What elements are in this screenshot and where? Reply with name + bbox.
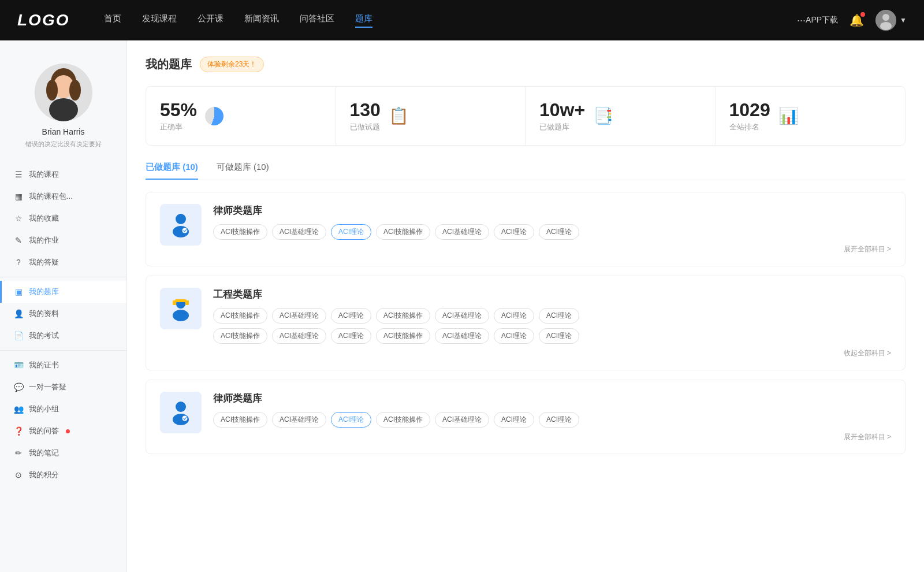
sidebar-item-我的作业[interactable]: ✎我的作业 (0, 229, 126, 251)
stat-value: 1029 (729, 99, 770, 121)
stat-card-正确率: 55% 正确率 (146, 87, 336, 145)
tag-ACI技能操作[interactable]: ACI技能操作 (213, 328, 267, 344)
app-download-button[interactable]: APP下载 (806, 15, 838, 25)
user-avatar-button[interactable]: ▼ (875, 10, 907, 31)
tag-ACI技能操作[interactable]: ACI技能操作 (213, 412, 267, 428)
sidebar-item-label: 我的收藏 (29, 213, 59, 224)
sidebar-item-我的考试[interactable]: 📄我的考试 (0, 325, 126, 347)
user-menu-chevron-icon: ▼ (900, 16, 907, 24)
sidebar-item-label: 我的答疑 (29, 257, 59, 268)
tag-ACI理论[interactable]: ACI理论 (539, 412, 579, 428)
tags-row: ACI技能操作ACI基础理论ACI理论ACI技能操作ACI基础理论ACI理论AC… (213, 224, 891, 240)
tag-ACI理论[interactable]: ACI理论 (494, 328, 534, 344)
avatar (875, 10, 896, 31)
nav-more[interactable]: ··· (797, 14, 806, 27)
svg-point-9 (176, 214, 186, 224)
sidebar-item-label: 我的考试 (29, 330, 59, 341)
tag-ACI基础理论[interactable]: ACI基础理论 (435, 412, 489, 428)
page-wrapper: Brian Harris 错误的决定比没有决定要好 ☰我的课程▦我的课程包...… (0, 40, 924, 572)
sidebar-item-我的答疑[interactable]: ?我的答疑 (0, 251, 126, 273)
svg-point-7 (46, 80, 58, 101)
sidebar-item-label: 一对一答疑 (29, 382, 66, 392)
tag-ACI基础理论[interactable]: ACI基础理论 (272, 328, 326, 344)
sidebar-icon: 👥 (14, 404, 23, 414)
sidebar-item-我的小组[interactable]: 👥我的小组 (0, 398, 126, 420)
svg-point-8 (69, 80, 81, 101)
sidebar-item-我的题库[interactable]: ▣我的题库 (0, 281, 126, 303)
sidebar-icon: ✎ (14, 236, 23, 245)
tag-ACI理论[interactable]: ACI理论 (539, 328, 579, 344)
tag-ACI技能操作[interactable]: ACI技能操作 (376, 224, 430, 240)
sidebar-item-一对一答疑[interactable]: 💬一对一答疑 (0, 376, 126, 398)
tag-ACI理论[interactable]: ACI理论 (539, 224, 579, 240)
sidebar: Brian Harris 错误的决定比没有决定要好 ☰我的课程▦我的课程包...… (0, 40, 127, 572)
svg-point-17 (176, 402, 186, 412)
stat-value: 130 (350, 99, 381, 121)
sidebar-item-我的收藏[interactable]: ☆我的收藏 (0, 207, 126, 229)
notification-dot (66, 429, 70, 433)
tags-row: ACI技能操作ACI基础理论ACI理论ACI技能操作ACI基础理论ACI理论AC… (213, 328, 891, 344)
svg-rect-15 (173, 300, 176, 305)
nav-item-公开课[interactable]: 公开课 (198, 13, 223, 28)
sidebar-item-label: 我的作业 (29, 235, 59, 246)
tag-ACI技能操作[interactable]: ACI技能操作 (376, 412, 430, 428)
tag-ACI基础理论[interactable]: ACI基础理论 (272, 308, 326, 324)
svg-point-1 (882, 14, 889, 21)
sidebar-icon: ▦ (14, 192, 23, 201)
category-name: 工程类题库 (213, 288, 891, 301)
nav-item-新闻资讯[interactable]: 新闻资讯 (244, 13, 279, 28)
tag-ACI基础理论[interactable]: ACI基础理论 (435, 328, 489, 344)
stat-label: 全站排名 (729, 122, 770, 132)
sidebar-item-我的积分[interactable]: ⊙我的积分 (0, 464, 126, 486)
tag-ACI基础理论[interactable]: ACI基础理论 (272, 412, 326, 428)
sidebar-icon: ? (14, 258, 23, 267)
notification-bell-icon[interactable]: 🔔 (850, 13, 864, 27)
stat-value: 55% (160, 99, 197, 121)
tag-ACI理论[interactable]: ACI理论 (494, 308, 534, 324)
sidebar-item-我的问答[interactable]: ❓我的问答 (0, 420, 126, 442)
sidebar-icon: 💬 (14, 382, 23, 392)
sidebar-icon: ☆ (14, 214, 23, 223)
tag-ACI理论[interactable]: ACI理论 (331, 412, 371, 428)
sidebar-item-我的课程包...[interactable]: ▦我的课程包... (0, 185, 126, 207)
tag-ACI理论[interactable]: ACI理论 (494, 224, 534, 240)
profile-motto: 错误的决定比没有决定要好 (0, 140, 126, 148)
sidebar-item-我的课程[interactable]: ☰我的课程 (0, 164, 126, 185)
expand-button[interactable]: 收起全部科目 > (213, 348, 891, 358)
tag-ACI理论[interactable]: ACI理论 (331, 308, 371, 324)
expand-button[interactable]: 展开全部科目 > (213, 432, 891, 442)
svg-point-19 (182, 415, 188, 421)
sidebar-item-我的证书[interactable]: 🪪我的证书 (0, 354, 126, 376)
tab-已做题库 (10)[interactable]: 已做题库 (10) (146, 162, 198, 180)
expand-button[interactable]: 展开全部科目 > (213, 244, 891, 254)
pie-chart-icon (205, 107, 223, 125)
tag-ACI理论[interactable]: ACI理论 (331, 328, 371, 344)
sidebar-item-我的资料[interactable]: 👤我的资料 (0, 303, 126, 325)
tag-ACI理论[interactable]: ACI理论 (539, 308, 579, 324)
tag-ACI技能操作[interactable]: ACI技能操作 (213, 308, 267, 324)
tag-ACI技能操作[interactable]: ACI技能操作 (213, 224, 267, 240)
svg-rect-14 (175, 299, 187, 302)
sidebar-item-label: 我的题库 (29, 287, 59, 297)
categories-container: 律师类题库 ACI技能操作ACI基础理论ACI理论ACI技能操作ACI基础理论A… (146, 192, 906, 454)
sidebar-divider (0, 277, 126, 277)
tag-ACI基础理论[interactable]: ACI基础理论 (435, 224, 489, 240)
sidebar-item-我的笔记[interactable]: ✏我的笔记 (0, 442, 126, 464)
stat-card-已做题库: 10w+ 已做题库 📑 (526, 87, 716, 145)
nav-item-题库[interactable]: 题库 (355, 13, 372, 28)
sidebar-icon: ❓ (14, 426, 23, 436)
svg-point-6 (49, 98, 78, 121)
tab-可做题库 (10)[interactable]: 可做题库 (10) (217, 162, 269, 180)
sidebar-icon: ⊙ (14, 470, 23, 480)
tag-ACI基础理论[interactable]: ACI基础理论 (435, 308, 489, 324)
page-title: 我的题库 (146, 57, 192, 72)
nav-item-首页[interactable]: 首页 (104, 13, 121, 28)
nav-item-问答社区[interactable]: 问答社区 (300, 13, 334, 28)
tag-ACI理论[interactable]: ACI理论 (331, 224, 371, 240)
tag-ACI基础理论[interactable]: ACI基础理论 (272, 224, 326, 240)
tag-ACI技能操作[interactable]: ACI技能操作 (376, 328, 430, 344)
tag-ACI理论[interactable]: ACI理论 (494, 412, 534, 428)
category-card-工程类题库: 工程类题库 ACI技能操作ACI基础理论ACI理论ACI技能操作ACI基础理论A… (146, 276, 906, 370)
tag-ACI技能操作[interactable]: ACI技能操作 (376, 308, 430, 324)
nav-item-发现课程[interactable]: 发现课程 (142, 13, 177, 28)
